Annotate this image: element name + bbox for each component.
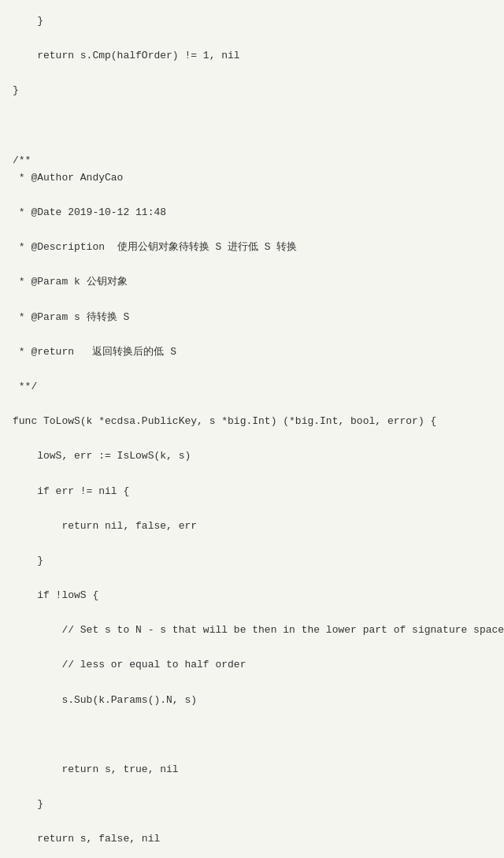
code-block: } return s.Cmp(halfOrder) != 1, nil } /*… — [13, 13, 485, 858]
code-container: } return s.Cmp(halfOrder) != 1, nil } /*… — [0, 0, 504, 858]
